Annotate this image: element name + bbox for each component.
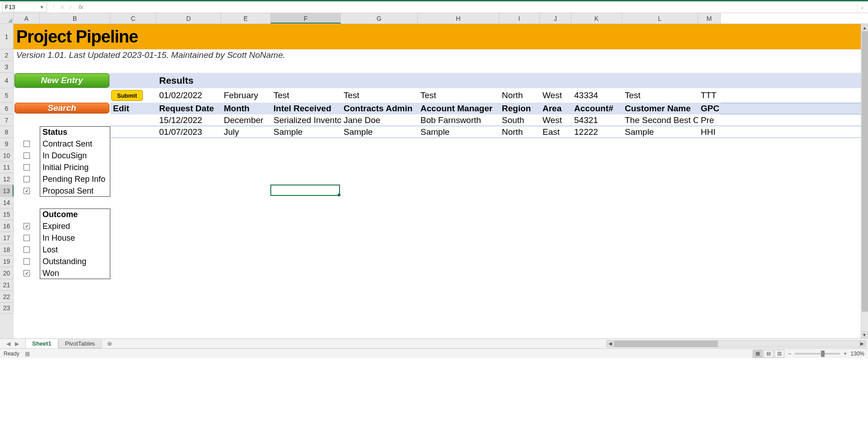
new-entry-button[interactable]: New Entry [14, 73, 109, 88]
normal-view-button[interactable]: ▦ [753, 350, 763, 358]
top-row-cell[interactable]: North [499, 88, 540, 103]
row-header-21[interactable]: 21 [0, 279, 14, 291]
top-row-cell[interactable]: February [221, 88, 271, 103]
search-button[interactable]: Search [14, 103, 109, 114]
row-header-1[interactable]: 1 [0, 24, 14, 49]
scroll-up-icon[interactable]: ▲ [862, 24, 868, 31]
column-header-A[interactable]: A [14, 13, 40, 24]
top-row-cell[interactable]: 43334 [571, 88, 622, 103]
table-header-account-manager[interactable]: Account Manager [418, 103, 499, 114]
table-row[interactable]: West [540, 114, 571, 126]
sheet-next-icon[interactable]: ▶ [15, 341, 19, 347]
column-header-D[interactable]: D [156, 13, 221, 24]
row-header-11[interactable]: 11 [0, 161, 14, 173]
vertical-scrollbar[interactable]: ▲ ▼ [861, 24, 868, 338]
cancel-icon[interactable]: ✕ [60, 4, 65, 11]
table-row[interactable]: Sample [622, 126, 698, 138]
row-header-9[interactable]: 9 [0, 138, 14, 150]
status-checkbox-3[interactable] [24, 176, 30, 182]
sheet-nav[interactable]: ◀ ▶ [0, 341, 25, 347]
table-header-edit[interactable]: Edit [110, 103, 156, 114]
table-row[interactable]: December [221, 114, 271, 126]
row-header-22[interactable]: 22 [0, 291, 14, 303]
top-row-cell[interactable]: 01/02/2022 [156, 88, 221, 103]
status-checkbox-4[interactable]: ✓ [24, 188, 30, 194]
zoom-out-button[interactable]: − [788, 351, 791, 357]
submit-button[interactable]: Submit [111, 90, 143, 101]
scroll-right-icon[interactable]: ▶ [859, 341, 866, 347]
column-header-J[interactable]: J [540, 13, 571, 24]
table-header-gpc[interactable]: GPC [698, 103, 721, 114]
row-header-8[interactable]: 8 [0, 126, 14, 138]
column-header-I[interactable]: I [499, 13, 540, 24]
top-row-cell[interactable]: West [540, 88, 571, 103]
outcome-checkbox-1[interactable] [24, 235, 30, 241]
table-row[interactable]: 01/07/2023 [156, 126, 221, 138]
table-row[interactable]: Sample [341, 126, 418, 138]
zoom-slider-thumb[interactable] [821, 351, 825, 357]
outcome-checkbox-2[interactable] [24, 247, 30, 253]
row-header-10[interactable]: 10 [0, 150, 14, 161]
row-header-19[interactable]: 19 [0, 256, 14, 267]
page-break-view-button[interactable]: ▥ [774, 350, 784, 358]
table-row[interactable]: The Second Best Cus [622, 114, 698, 126]
table-row[interactable]: Pre [698, 114, 721, 126]
table-row[interactable]: East [540, 126, 571, 138]
name-box-dropdown-icon[interactable]: ▼ [40, 5, 44, 9]
column-header-G[interactable]: G [341, 13, 418, 24]
row-header-3[interactable]: 3 [0, 61, 14, 73]
top-row-cell[interactable]: Test [341, 88, 418, 103]
column-header-K[interactable]: K [571, 13, 622, 24]
table-row[interactable]: July [221, 126, 271, 138]
row-header-13[interactable]: 13 [0, 185, 14, 197]
column-header-F[interactable]: F [271, 13, 341, 24]
row-header-12[interactable]: 12 [0, 173, 14, 185]
zoom-level[interactable]: 130% [850, 351, 864, 357]
column-header-C[interactable]: C [110, 13, 156, 24]
row-header-20[interactable]: 20 [0, 267, 14, 279]
hscroll-thumb[interactable] [614, 341, 718, 347]
table-row[interactable]: Bob Farnsworth [418, 114, 499, 126]
horizontal-scrollbar[interactable]: ◀ ▶ [606, 340, 866, 347]
fx-icon[interactable]: fx [77, 4, 85, 10]
table-row[interactable]: Sample [271, 126, 341, 138]
table-row[interactable]: Jane Doe [341, 114, 418, 126]
status-checkbox-1[interactable] [24, 152, 30, 159]
sheet-tab-pivottables[interactable]: PivotTables [58, 339, 102, 348]
select-all-cell[interactable] [0, 13, 14, 24]
outcome-checkbox-4[interactable]: ✓ [24, 270, 30, 276]
table-header-area[interactable]: Area [540, 103, 571, 114]
table-row[interactable]: Sample [418, 126, 499, 138]
table-header-region[interactable]: Region [499, 103, 540, 114]
row-header-17[interactable]: 17 [0, 232, 14, 244]
zoom-in-button[interactable]: + [844, 351, 847, 357]
accept-icon[interactable]: ✓ [68, 4, 73, 11]
table-row[interactable]: 15/12/2022 [156, 114, 221, 126]
formula-expand-icon[interactable]: ⌄ [857, 2, 866, 12]
row-header-18[interactable]: 18 [0, 244, 14, 256]
table-row[interactable]: 12222 [571, 126, 622, 138]
top-row-cell[interactable]: Test [271, 88, 341, 103]
table-row[interactable]: 54321 [571, 114, 622, 126]
active-cell-selection[interactable] [270, 185, 340, 196]
table-row[interactable]: HHI [698, 126, 721, 138]
table-row[interactable]: Serialized Inventor [271, 114, 341, 126]
row-header-5[interactable]: 5 [0, 88, 14, 103]
table-row[interactable]: North [499, 126, 540, 138]
table-header-month[interactable]: Month [221, 103, 271, 114]
column-header-H[interactable]: H [418, 13, 499, 24]
top-row-cell[interactable]: Test [622, 88, 698, 103]
row-header-7[interactable]: 7 [0, 114, 14, 126]
top-row-cell[interactable]: TTT [698, 88, 721, 103]
scroll-left-icon[interactable]: ◀ [607, 341, 614, 347]
table-header-contracts-admin[interactable]: Contracts Admin [341, 103, 418, 114]
formula-input[interactable] [85, 2, 857, 12]
outcome-checkbox-3[interactable] [24, 258, 30, 265]
status-checkbox-2[interactable] [24, 164, 30, 171]
sheet-tab-sheet1[interactable]: Sheet1 [25, 339, 58, 348]
status-checkbox-0[interactable] [24, 141, 30, 147]
row-header-15[interactable]: 15 [0, 209, 14, 220]
row-header-14[interactable]: 14 [0, 197, 14, 209]
sheet-prev-icon[interactable]: ◀ [6, 341, 10, 347]
column-header-M[interactable]: M [698, 13, 721, 24]
